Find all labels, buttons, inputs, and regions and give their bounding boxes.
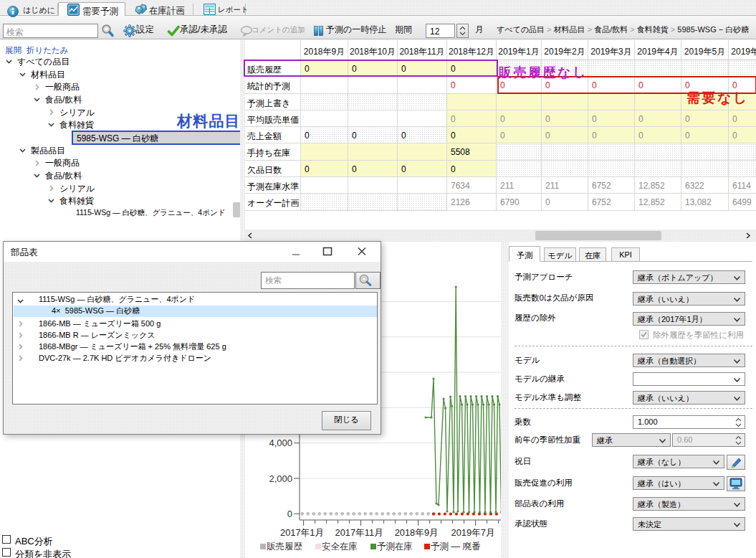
svg-text:安全在庫: 安全在庫 <box>322 542 358 552</box>
svg-text:4,000: 4,000 <box>269 438 292 448</box>
svg-text:2017年1月: 2017年1月 <box>280 527 324 538</box>
svg-text:0: 0 <box>287 509 292 519</box>
svg-text:2018年9月: 2018年9月 <box>395 527 439 538</box>
svg-text:2019年7月: 2019年7月 <box>451 527 495 538</box>
svg-text:2017年11月: 2017年11月 <box>335 527 383 538</box>
svg-text:予測在庫: 予測在庫 <box>377 542 413 552</box>
svg-text:2,000: 2,000 <box>269 473 292 484</box>
svg-text:予測 — 廃番: 予測 — 廃番 <box>431 542 481 552</box>
svg-text:販売履歴: 販売履歴 <box>267 542 303 552</box>
